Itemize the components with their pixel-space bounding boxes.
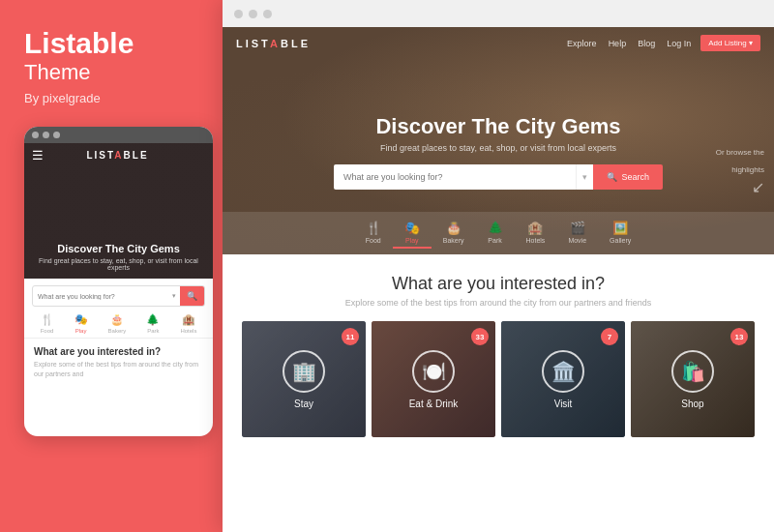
shop-icon: 🛍️ bbox=[671, 350, 714, 393]
site-search-chevron-icon: ▾ bbox=[576, 164, 593, 190]
site-hero-subtitle: Find great places to stay, eat, shop, or… bbox=[380, 143, 616, 153]
mobile-hero-title: Discover The City Gems bbox=[34, 242, 203, 255]
site-cat-food[interactable]: 🍴 Food bbox=[354, 218, 393, 249]
browser-dot-3 bbox=[263, 10, 272, 18]
brand-subtitle: Theme bbox=[24, 60, 203, 85]
site-cat-gallery[interactable]: 🖼️ Gallery bbox=[598, 218, 642, 249]
hotels-label: Hotels bbox=[526, 237, 546, 244]
mobile-cat-play[interactable]: 🎭 Play bbox=[74, 313, 88, 334]
bakery-icon: 🎂 bbox=[446, 221, 461, 235]
mobile-play-icon: 🎭 bbox=[74, 313, 88, 326]
browser-mockup: LISTABLE Explore Help Blog Log In Add Li… bbox=[223, 0, 774, 532]
card-stay[interactable]: 11 🏢 Stay bbox=[242, 321, 366, 437]
browse-arrow-icon: ↙ bbox=[716, 178, 764, 196]
mobile-search-chevron-icon: ▾ bbox=[168, 292, 180, 300]
browser-top-bar bbox=[223, 0, 774, 27]
movie-label: Movie bbox=[568, 237, 586, 244]
site-hero: LISTABLE Explore Help Blog Log In Add Li… bbox=[223, 27, 774, 254]
site-search-input[interactable] bbox=[334, 164, 576, 190]
card-stay-label: Stay bbox=[294, 399, 313, 409]
site-nav: LISTABLE Explore Help Blog Log In Add Li… bbox=[223, 27, 774, 59]
mobile-bakery-label: Bakery bbox=[108, 328, 127, 334]
browse-or-text: Or browse thehighlights bbox=[716, 148, 764, 174]
gallery-icon: 🖼️ bbox=[612, 221, 628, 235]
mobile-top-bar bbox=[24, 127, 213, 143]
site-search-row: ▾ 🔍 Search bbox=[334, 164, 663, 190]
nav-blog[interactable]: Blog bbox=[638, 39, 655, 48]
nav-explore[interactable]: Explore bbox=[567, 39, 597, 48]
card-visit-content: 🏛️ Visit bbox=[501, 321, 625, 437]
nav-login[interactable]: Log In bbox=[667, 39, 691, 48]
brand-title: Listable bbox=[24, 29, 203, 58]
interests-subtitle: Explore some of the best tips from aroun… bbox=[242, 298, 755, 308]
mobile-play-label: Play bbox=[75, 328, 87, 334]
mobile-park-label: Park bbox=[147, 328, 159, 334]
card-eat[interactable]: 33 🍽️ Eat & Drink bbox=[372, 321, 495, 437]
search-icon: 🔍 bbox=[607, 172, 617, 182]
stay-icon: 🏢 bbox=[283, 350, 325, 393]
play-label: Play bbox=[405, 237, 419, 244]
left-panel: Listable Theme By pixelgrade ☰ LISTABLE … bbox=[0, 0, 223, 532]
visit-icon: 🏛️ bbox=[542, 350, 584, 393]
mobile-park-icon: 🌲 bbox=[146, 313, 160, 326]
interests-title: What are you interested in? bbox=[242, 274, 755, 294]
card-shop[interactable]: 13 🛍️ Shop bbox=[631, 321, 755, 437]
mobile-dot-1 bbox=[32, 132, 39, 138]
mobile-search-input[interactable] bbox=[33, 288, 168, 305]
site-cat-hotels[interactable]: 🏨 Hotels bbox=[515, 218, 557, 249]
mobile-cat-food[interactable]: 🍴 Food bbox=[41, 313, 54, 334]
play-icon: 🎭 bbox=[404, 221, 420, 235]
mobile-bottom-section: What are you interested in? Explore some… bbox=[24, 339, 213, 383]
mobile-section-title: What are you interested in? bbox=[34, 346, 203, 357]
nav-help[interactable]: Help bbox=[609, 39, 627, 48]
mobile-cat-hotels[interactable]: 🏨 Hotels bbox=[180, 313, 196, 334]
site-logo: LISTABLE bbox=[236, 38, 557, 49]
interests-cards-grid: 11 🏢 Stay 33 🍽️ Eat & Drink bbox=[242, 321, 755, 437]
card-visit-label: Visit bbox=[554, 399, 573, 409]
food-icon: 🍴 bbox=[366, 221, 381, 235]
mobile-dot-2 bbox=[43, 132, 49, 138]
food-label: Food bbox=[366, 237, 381, 244]
card-visit[interactable]: 7 🏛️ Visit bbox=[501, 321, 625, 437]
card-shop-content: 🛍️ Shop bbox=[631, 321, 755, 437]
card-eat-label: Eat & Drink bbox=[409, 399, 459, 409]
mobile-hero: ☰ LISTABLE Discover The City Gems Find g… bbox=[24, 143, 213, 279]
mobile-search-bar: ▾ 🔍 bbox=[32, 285, 205, 307]
brand-by: By pixelgrade bbox=[24, 91, 203, 105]
mobile-logo: LISTABLE bbox=[86, 150, 148, 161]
movie-icon: 🎬 bbox=[570, 221, 585, 235]
mobile-hotels-icon: 🏨 bbox=[182, 313, 195, 326]
mobile-cat-bakery[interactable]: 🎂 Bakery bbox=[108, 313, 127, 334]
site-categories-bar: 🍴 Food 🎭 Play 🎂 Bakery 🌲 Park 🏨 H bbox=[223, 212, 774, 254]
mobile-hamburger-icon[interactable]: ☰ bbox=[32, 149, 44, 162]
site-hero-title: Discover The City Gems bbox=[375, 114, 620, 139]
browse-hint: Or browse thehighlights ↙ bbox=[716, 141, 764, 196]
mobile-hotels-label: Hotels bbox=[180, 328, 196, 334]
mobile-nav: ☰ LISTABLE bbox=[24, 149, 213, 162]
park-icon: 🌲 bbox=[488, 221, 503, 235]
gallery-label: Gallery bbox=[610, 237, 631, 244]
bakery-label: Bakery bbox=[443, 237, 464, 244]
card-eat-content: 🍽️ Eat & Drink bbox=[372, 321, 495, 437]
mobile-cat-park[interactable]: 🌲 Park bbox=[146, 313, 160, 334]
site-cat-play[interactable]: 🎭 Play bbox=[393, 218, 432, 249]
mobile-mockup: ☰ LISTABLE Discover The City Gems Find g… bbox=[24, 127, 213, 436]
site-search-button[interactable]: 🔍 Search bbox=[593, 164, 663, 190]
park-label: Park bbox=[488, 237, 501, 244]
mobile-food-icon: 🍴 bbox=[41, 313, 54, 326]
interests-section: What are you interested in? Explore some… bbox=[223, 254, 774, 453]
mobile-dot-3 bbox=[53, 132, 60, 138]
browser-content: LISTABLE Explore Help Blog Log In Add Li… bbox=[223, 27, 774, 532]
site-cat-movie[interactable]: 🎬 Movie bbox=[556, 218, 598, 249]
mobile-categories: 🍴 Food 🎭 Play 🎂 Bakery 🌲 Park 🏨 Hotels bbox=[24, 307, 213, 339]
site-nav-links: Explore Help Blog Log In bbox=[567, 39, 691, 48]
add-listing-button[interactable]: Add Listing ▾ bbox=[700, 35, 760, 51]
mobile-food-label: Food bbox=[41, 328, 54, 334]
mobile-search-button[interactable]: 🔍 bbox=[180, 286, 204, 306]
card-stay-content: 🏢 Stay bbox=[242, 321, 366, 437]
site-cat-bakery[interactable]: 🎂 Bakery bbox=[432, 218, 476, 249]
site-cat-park[interactable]: 🌲 Park bbox=[476, 218, 515, 249]
browser-dot-1 bbox=[234, 10, 243, 18]
hotels-icon: 🏨 bbox=[527, 221, 543, 235]
mobile-hero-subtitle: Find great places to stay, eat, shop, or… bbox=[34, 257, 203, 271]
